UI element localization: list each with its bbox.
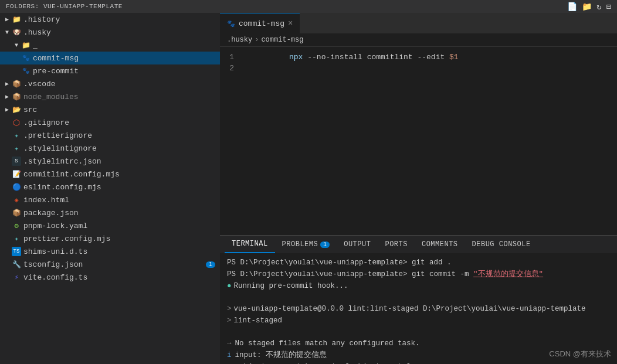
- sidebar-item-viteconfig[interactable]: ⚡ vite.config.ts: [0, 271, 220, 284]
- sidebar-item-commitlint[interactable]: 📝 commitlint.config.mjs: [0, 168, 220, 181]
- terminal-line: PS D:\Project\youlai\vue-uniapp-template…: [227, 269, 610, 280]
- arrow-icon: ▼: [2, 28, 12, 37]
- ts-icon: TS: [12, 247, 21, 256]
- vite-icon: ⚡: [12, 273, 21, 282]
- sidebar-item-label: pre-commit: [33, 67, 215, 76]
- sidebar-item-label: _: [33, 41, 215, 50]
- sidebar-item-vscode[interactable]: ▶ 📦 .vscode: [0, 77, 220, 90]
- package-icon: 📦: [12, 208, 21, 217]
- terminal-line: > vue-uniapp-template@0.0.0 lint:lint-st…: [227, 304, 610, 315]
- sidebar-item-label: commit-msg: [33, 54, 215, 63]
- sidebar-item-stylelintrc[interactable]: S .stylelintrc.json: [0, 155, 220, 168]
- tsconfig-badge: 1: [206, 261, 215, 268]
- refresh-icon[interactable]: ↻: [596, 2, 601, 12]
- prettier2-icon: ✦: [12, 234, 21, 243]
- stylelint-icon: ✦: [12, 144, 21, 153]
- sidebar-item-history[interactable]: ▶ 📁 .history: [0, 13, 220, 26]
- terminal-line: → No staged files match any configured t…: [227, 338, 610, 349]
- sidebar-item-husky[interactable]: ▼ 🐶 .husky: [0, 26, 220, 39]
- collapse-icon[interactable]: ⊟: [606, 2, 611, 12]
- tab-ports[interactable]: PORTS: [378, 236, 415, 253]
- sidebar-item-shimsunits[interactable]: TS shims-uni.d.ts: [0, 245, 220, 258]
- terminal-content[interactable]: PS D:\Project\youlai\vue-uniapp-template…: [220, 253, 617, 364]
- sidebar-item-label: .vscode: [23, 80, 215, 89]
- folder-icon: 📁: [21, 40, 30, 50]
- husky-folder-icon: 🐶: [12, 28, 21, 37]
- sidebar-item-label: src: [23, 106, 215, 114]
- husky-file-icon: 🐾: [21, 53, 30, 63]
- sidebar-item-label: package.json: [23, 209, 215, 217]
- sidebar-item-indexhtml[interactable]: ◈ index.html: [0, 193, 220, 206]
- term-i-icon: i: [227, 350, 232, 361]
- title-bar: FOLDERS: VUE-UNIAPP-TEMPLATE 📄 📁 ↻ ⊟: [0, 0, 617, 13]
- term-arrow: >: [227, 315, 232, 326]
- tab-comments[interactable]: COMMENTS: [415, 236, 465, 253]
- tab-terminal[interactable]: TERMINAL: [225, 236, 275, 253]
- problems-badge: 1: [320, 241, 330, 248]
- term-text: Running pre-commit hook...: [234, 281, 348, 292]
- tab-output[interactable]: OUTPUT: [337, 236, 378, 253]
- new-folder-icon[interactable]: 📁: [582, 2, 592, 12]
- arrow-icon: ▶: [2, 92, 12, 101]
- term-arrow2: →: [227, 338, 232, 349]
- term-text: PS D:\Project\youlai\vue-uniapp-template…: [227, 269, 412, 280]
- sidebar-item-label: .husky: [23, 28, 215, 37]
- term-arrow: >: [227, 304, 232, 315]
- sidebar-item-pre-commit[interactable]: 🐾 pre-commit: [0, 64, 220, 77]
- sidebar-item-label: node_modules: [23, 93, 215, 101]
- json-icon: 🔧: [12, 260, 21, 269]
- sidebar-item-eslint[interactable]: 🔵 eslint.config.mjs: [0, 181, 220, 193]
- line-content: [243, 63, 248, 74]
- tab-file-icon: 🐾: [227, 20, 235, 28]
- terminal-blank: [227, 292, 610, 303]
- arrow-icon: ▶: [2, 79, 12, 89]
- term-text: vue-uniapp-template@0.0.0 lint:lint-stag…: [234, 304, 586, 315]
- sidebar-item-prettierignore[interactable]: ✦ .prettierignore: [0, 129, 220, 142]
- term-x-icon: ✖: [227, 362, 232, 364]
- sidebar-item-gitignore[interactable]: ⬡ .gitignore: [0, 116, 220, 129]
- sidebar-item-prettier[interactable]: ✦ prettier.config.mjs: [0, 232, 220, 245]
- sidebar-item-label: pnpm-lock.yaml: [23, 222, 215, 230]
- editor-area: 🐾 commit-msg × .husky › commit-msg 1 npx…: [220, 13, 617, 364]
- sidebar-item-label: .stylelintrc.json: [23, 157, 215, 166]
- src-folder-icon: 📂: [12, 105, 21, 114]
- sidebar-item-label: prettier.config.mjs: [23, 234, 215, 243]
- tab-close-icon[interactable]: ×: [288, 19, 293, 28]
- breadcrumb-sep: ›: [255, 36, 259, 44]
- commitlint-icon: 📝: [12, 169, 21, 179]
- yaml-icon: ⚙: [12, 221, 21, 230]
- tab-problems[interactable]: PROBLEMS1: [275, 236, 337, 253]
- code-line-1: 1 npx --no-install commitlint --edit $1: [220, 52, 617, 63]
- sidebar-item-label: .stylelintignore: [23, 144, 215, 153]
- term-text: input: 不规范的提交信息: [235, 350, 327, 361]
- tab-bar: 🐾 commit-msg ×: [220, 13, 617, 33]
- tab-commit-msg[interactable]: 🐾 commit-msg ×: [220, 13, 300, 33]
- sidebar-item-label: .gitignore: [23, 118, 215, 127]
- sidebar-item-node-modules[interactable]: ▶ 📦 node_modules: [0, 90, 220, 103]
- arrow-icon: ▶: [2, 15, 12, 24]
- node-folder-icon: 📦: [12, 92, 21, 101]
- arrow-icon: ▶: [2, 105, 12, 114]
- sidebar-item-stylelintignore[interactable]: ✦ .stylelintignore: [0, 142, 220, 155]
- sidebar-item-pnpmlock[interactable]: ⚙ pnpm-lock.yaml: [0, 219, 220, 232]
- tab-debug-console[interactable]: DEBUG CONSOLE: [465, 236, 538, 253]
- new-file-icon[interactable]: 📄: [567, 2, 577, 12]
- sidebar-item-src[interactable]: ▶ 📂 src: [0, 103, 220, 116]
- breadcrumb: .husky › commit-msg: [220, 33, 617, 47]
- terminal-line: ● Running pre-commit hook...: [227, 281, 610, 292]
- term-dot: ●: [227, 281, 232, 292]
- terminal-line: > lint-staged: [227, 315, 610, 326]
- term-text: PS D:\Project\youlai\vue-uniapp-template…: [227, 257, 452, 268]
- vscode-folder-icon: 📦: [12, 79, 21, 89]
- terminal-line: PS D:\Project\youlai\vue-uniapp-template…: [227, 257, 610, 268]
- sidebar-item-packagejson[interactable]: 📦 package.json: [0, 206, 220, 219]
- eslint-icon: 🔵: [12, 182, 21, 192]
- line-content: npx --no-install commitlint --edit $1: [243, 47, 459, 74]
- sidebar-item-label: eslint.config.mjs: [23, 183, 215, 192]
- sidebar-item-tsconfig[interactable]: 🔧 tsconfig.json 1: [0, 258, 220, 271]
- sidebar-item-underscore[interactable]: ▼ 📁 _: [0, 39, 220, 52]
- sidebar-item-commit-msg[interactable]: 🐾 commit-msg: [0, 52, 220, 64]
- tab-filename: commit-msg: [239, 19, 284, 28]
- watermark: CSDN @有来技术: [549, 349, 611, 359]
- sidebar-item-label: commitlint.config.mjs: [23, 170, 215, 179]
